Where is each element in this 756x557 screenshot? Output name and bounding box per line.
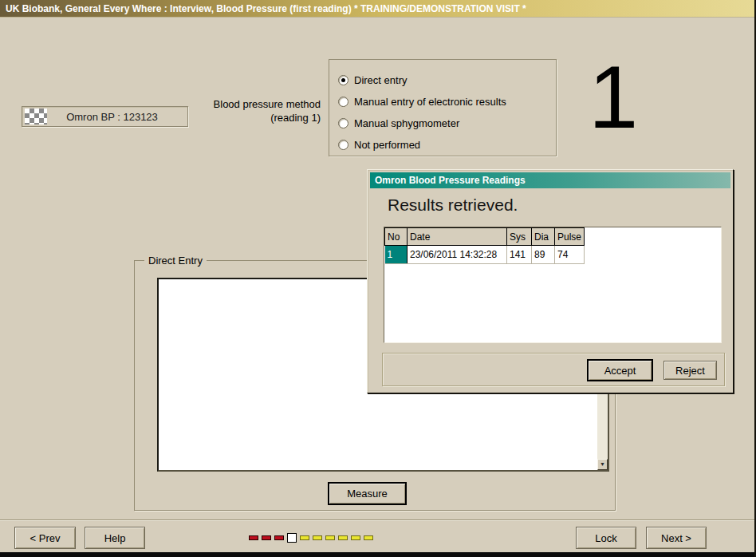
readings-table: No Date Sys Dia Pulse 1 23/06/2011 14:32… <box>384 227 585 264</box>
dialog-button-panel: Accept Reject <box>382 353 725 386</box>
window-title: UK Biobank, General Every Where : Interv… <box>6 3 526 14</box>
radio-direct-entry[interactable]: Direct entry <box>338 69 556 91</box>
checkerboard-icon <box>25 109 47 124</box>
progress-dash <box>249 535 258 540</box>
col-header-dia: Dia <box>532 228 555 246</box>
radio-icon[interactable] <box>338 75 348 85</box>
col-header-sys: Sys <box>507 228 532 246</box>
progress-dash <box>364 535 373 540</box>
col-header-pulse: Pulse <box>555 228 585 246</box>
radio-label: Direct entry <box>354 74 407 86</box>
radio-not-performed[interactable]: Not performed <box>338 134 556 156</box>
cell-date[interactable]: 23/06/2011 14:32:28 <box>408 246 507 264</box>
table-row[interactable]: 1 23/06/2011 14:32:28 141 89 74 <box>385 246 585 264</box>
reject-button[interactable]: Reject <box>663 361 717 380</box>
measure-button[interactable]: Measure <box>329 483 406 504</box>
radio-label: Not performed <box>354 139 420 151</box>
reading-number: 1 <box>589 49 684 145</box>
progress-dash <box>274 535 284 540</box>
next-button[interactable]: Next > <box>646 527 707 549</box>
progress-dash <box>325 535 335 540</box>
cell-sys[interactable]: 141 <box>507 246 532 264</box>
app-window: UK Biobank, General Every Where : Interv… <box>0 0 756 557</box>
progress-dash <box>351 535 360 540</box>
omron-readings-dialog: Omron Blood Pressure Readings Results re… <box>367 169 734 393</box>
progress-dash <box>313 535 322 540</box>
radio-icon[interactable] <box>338 97 348 107</box>
radio-manual-sphygmometer[interactable]: Manual sphygmometer <box>338 113 556 134</box>
window-bottom-edge <box>0 552 756 557</box>
table-header-row: No Date Sys Dia Pulse <box>385 228 585 246</box>
radio-manual-electronic[interactable]: Manual entry of electronic results <box>338 91 556 113</box>
progress-current-marker <box>287 533 297 543</box>
col-header-no: No <box>385 228 408 246</box>
bp-method-label: Blood pressure method (reading 1) <box>144 97 321 124</box>
bp-method-radio-group: Direct entry Manual entry of electronic … <box>329 59 557 156</box>
cell-dia[interactable]: 89 <box>532 246 555 264</box>
cell-pulse[interactable]: 74 <box>555 246 585 264</box>
lock-button[interactable]: Lock <box>576 527 636 549</box>
prev-button[interactable]: < Prev <box>14 527 76 549</box>
bp-method-label-line1: Blood pressure method <box>144 97 321 111</box>
scrollbar-down-icon[interactable]: ▼ <box>597 459 608 470</box>
dialog-message: Results retrieved. <box>388 196 518 215</box>
help-button[interactable]: Help <box>85 527 145 549</box>
radio-icon[interactable] <box>338 140 348 150</box>
progress-dash <box>262 535 271 540</box>
direct-entry-group-label: Direct Entry <box>144 255 207 267</box>
dialog-title: Omron Blood Pressure Readings <box>375 175 526 186</box>
bp-method-label-line2: (reading 1) <box>144 111 321 124</box>
cell-no[interactable]: 1 <box>385 246 408 264</box>
radio-label: Manual sphygmometer <box>354 117 459 129</box>
nav-separator <box>0 519 756 521</box>
dialog-titlebar[interactable]: Omron Blood Pressure Readings <box>370 172 730 188</box>
col-header-date: Date <box>408 228 507 246</box>
accept-button[interactable]: Accept <box>588 360 652 381</box>
radio-label: Manual entry of electronic results <box>354 96 506 108</box>
radio-icon[interactable] <box>338 118 348 128</box>
progress-indicator <box>249 532 373 543</box>
window-titlebar: UK Biobank, General Every Where : Interv… <box>0 0 756 18</box>
readings-listbox[interactable]: No Date Sys Dia Pulse 1 23/06/2011 14:32… <box>384 227 722 343</box>
progress-dash <box>300 535 309 540</box>
progress-dash <box>338 535 348 540</box>
